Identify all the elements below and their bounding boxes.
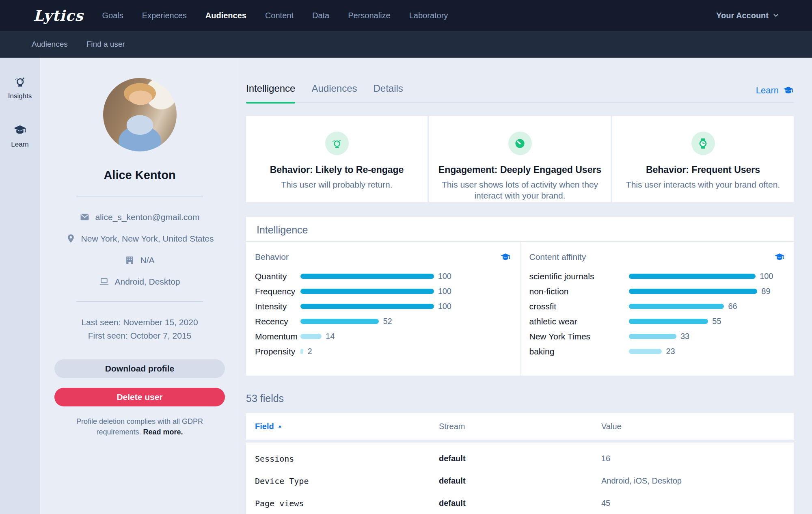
metric-bar-track: 100: [629, 272, 773, 281]
metric-bar: [629, 319, 708, 324]
main-nav-item[interactable]: Laboratory: [409, 11, 448, 20]
tabs: IntelligenceAudiencesDetails: [246, 83, 403, 102]
main-nav-item[interactable]: Data: [312, 11, 329, 20]
metric-row: Momentum 14: [255, 329, 511, 344]
field-cell: Page views: [255, 499, 439, 508]
intelligence-column-title: Content affinity: [529, 252, 586, 262]
metric-row: Quantity 100: [255, 269, 511, 284]
main-nav-item[interactable]: Audiences: [205, 11, 246, 20]
sub-nav: AudiencesFind a user: [0, 31, 812, 58]
main-nav: Lytics GoalsExperiencesAudiencesContentD…: [0, 0, 812, 31]
stream-cell: default: [439, 476, 601, 486]
intelligence-column: Content affinity scientific journals 100: [520, 242, 794, 376]
metric-row: crossfit 66: [529, 299, 785, 314]
profile-detail-icon: [99, 276, 109, 287]
insight-card-description: This user interacts with your brand ofte…: [626, 179, 780, 190]
metric-value: 100: [438, 302, 451, 311]
delete-user-button[interactable]: Delete user: [54, 388, 225, 406]
read-more-link[interactable]: Read more.: [143, 428, 183, 436]
divider: [76, 301, 203, 302]
value-cell: Android, iOS, Desktop: [601, 476, 682, 486]
profile-details: alice_s_kenton@gmail.com New York, New Y…: [66, 212, 214, 287]
main-content: IntelligenceAudiencesDetails Learn Behav…: [239, 58, 812, 514]
main-nav-item[interactable]: Personalize: [348, 11, 391, 20]
metric-label: Quantity: [255, 272, 300, 281]
graduation-cap-icon: [783, 85, 794, 96]
metric-row: baking 23: [529, 344, 785, 359]
sidebar-item[interactable]: Learn: [11, 123, 28, 149]
metric-bar: [300, 319, 379, 324]
sidebar-item[interactable]: Insights: [8, 75, 32, 100]
gdpr-text: Profile deletion complies with all GDPR …: [76, 417, 203, 436]
user-name: Alice Kenton: [104, 168, 175, 182]
metric-value: 89: [761, 287, 770, 296]
intelligence-panel: Intelligence Behavior Quantity 100: [246, 217, 794, 376]
metric-value: 23: [666, 347, 675, 356]
tabs-row: IntelligenceAudiencesDetails Learn: [246, 83, 794, 103]
download-profile-button[interactable]: Download profile: [54, 359, 225, 378]
field-header-label: Field: [255, 422, 274, 431]
tab[interactable]: Intelligence: [246, 83, 295, 102]
insight-card-icon: [514, 137, 526, 150]
metric-bar: [300, 274, 434, 279]
insight-cards: Behavior: Likely to Re-engage This user …: [246, 116, 794, 202]
sidebar-item-label: Learn: [11, 140, 28, 149]
metric-row: athletic wear 55: [529, 314, 785, 329]
metric-value: 100: [760, 272, 773, 281]
tab[interactable]: Audiences: [311, 83, 357, 102]
metric-bar: [300, 349, 303, 354]
learn-label: Learn: [756, 85, 779, 96]
value-cell: 16: [601, 454, 610, 463]
profile-detail-icon: [66, 233, 76, 244]
learn-link[interactable]: Learn: [756, 85, 794, 102]
profile-detail-row: Android, Desktop: [99, 276, 180, 287]
insight-card-description: This user will probably return.: [281, 179, 392, 190]
graduation-cap-icon[interactable]: [774, 252, 785, 262]
metric-row: New York Times 33: [529, 329, 785, 344]
metric-label: Intensity: [255, 302, 300, 311]
metric-row: non-fiction 89: [529, 284, 785, 299]
metric-label: scientific journals: [529, 272, 629, 281]
value-column-header: Value: [601, 422, 622, 431]
insight-card-icon-badge: [508, 132, 532, 155]
intelligence-column-title: Behavior: [255, 252, 289, 262]
profile-detail-icon: [125, 255, 135, 265]
profile-panel: Alice Kenton alice_s_kenton@gmail.com Ne…: [41, 58, 239, 514]
metric-bar: [300, 289, 434, 294]
profile-detail-icon: [80, 212, 90, 222]
field-column-header[interactable]: Field: [255, 422, 439, 431]
lytics-logo[interactable]: Lytics: [33, 7, 83, 24]
account-menu[interactable]: Your Account: [716, 11, 780, 20]
field-cell: Device Type: [255, 476, 439, 486]
metric-bar-track: 89: [629, 287, 773, 296]
intelligence-title: Intelligence: [246, 217, 794, 242]
insight-card-icon-badge: [691, 132, 715, 155]
main-nav-item[interactable]: Goals: [102, 11, 123, 20]
metric-row: Propensity 2: [255, 344, 511, 359]
sub-nav-item[interactable]: Audiences: [32, 40, 68, 49]
metric-label: Recency: [255, 317, 300, 326]
main-nav-item[interactable]: Content: [265, 11, 294, 20]
sort-ascending-icon: [277, 423, 283, 430]
metric-bar: [300, 334, 322, 339]
metric-value: 33: [680, 332, 689, 341]
intelligence-column-header: Behavior: [255, 252, 511, 262]
metric-bar: [629, 334, 676, 339]
insight-card-title: Engagement: Deeply Engaged Users: [438, 164, 601, 175]
metric-row: Recency 52: [255, 314, 511, 329]
profile-detail-text: N/A: [140, 255, 154, 265]
fields-table-header: Field Stream Value: [246, 413, 794, 440]
metric-row: Frequency 100: [255, 284, 511, 299]
main-nav-item[interactable]: Experiences: [142, 11, 187, 20]
metric-bar: [629, 304, 724, 309]
metric-label: athletic wear: [529, 317, 629, 326]
graduation-cap-icon[interactable]: [500, 252, 511, 262]
sub-nav-item[interactable]: Find a user: [86, 40, 125, 49]
sidebar-item-icon: [13, 75, 27, 89]
metric-value: 100: [438, 272, 451, 281]
field-cell: Sessions: [255, 454, 439, 464]
metric-label: non-fiction: [529, 287, 629, 296]
tab[interactable]: Details: [374, 83, 403, 102]
metric-bar-track: 52: [300, 317, 451, 326]
main-nav-items: GoalsExperiencesAudiencesContentDataPers…: [102, 11, 448, 20]
